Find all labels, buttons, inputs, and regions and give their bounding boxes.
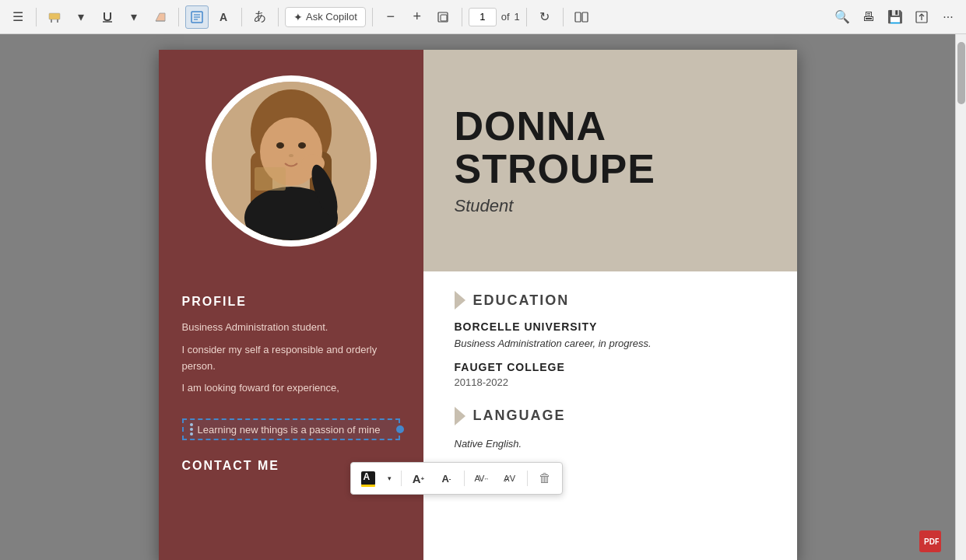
two-page-icon[interactable] — [570, 5, 593, 29]
resume-document: DONNA STROUPE Student PROFILE Business A… — [159, 50, 797, 560]
fmt-divider-1 — [401, 471, 402, 486]
search-icon[interactable]: 🔍 — [831, 5, 854, 29]
font-size-decrease-button[interactable]: A- — [434, 466, 459, 491]
profile-text-3: I am looking foward for experience, — [182, 380, 400, 397]
svg-marker-4 — [156, 13, 165, 21]
fmt-divider-2 — [464, 471, 465, 486]
text-color-button[interactable]: A — [356, 466, 381, 491]
font-size-icon[interactable]: A — [212, 5, 235, 29]
page-navigation: 1 of 1 — [469, 8, 520, 26]
hamburger-menu-icon[interactable]: ☰ — [6, 5, 30, 29]
svg-rect-0 — [49, 13, 60, 19]
selected-text[interactable]: Learning new things is a passion of mine — [182, 418, 400, 440]
school-1-name: BORCELLE UNIVERSITY — [455, 320, 766, 333]
divider-5 — [372, 8, 373, 26]
resume-name: DONNA STROUPE — [455, 105, 766, 190]
underline-tool-icon[interactable] — [96, 5, 119, 29]
font-size-increase-button[interactable]: A+ — [406, 466, 431, 491]
character-spacing-button[interactable]: AV↔ — [469, 466, 494, 491]
svg-rect-13 — [582, 12, 588, 22]
section-arrow-icon — [455, 291, 465, 310]
resume-title: Student — [455, 196, 766, 216]
resume-main-content: EDUCATION BORCELLE UNIVERSITY Business A… — [423, 271, 797, 560]
save-icon[interactable]: 💾 — [883, 5, 907, 29]
page-number-input[interactable]: 1 — [469, 8, 497, 26]
drag-handle[interactable] — [190, 423, 193, 436]
color-dropdown-arrow[interactable]: ▾ — [384, 466, 396, 491]
profile-title: PROFILE — [182, 295, 400, 309]
page-separator: of — [501, 11, 510, 23]
education-section: EDUCATION BORCELLE UNIVERSITY Business A… — [455, 291, 766, 388]
language-title-row: LANGUAGE — [455, 407, 766, 425]
education-title: EDUCATION — [473, 292, 570, 309]
profile-text-1: Business Administration student. — [182, 320, 400, 336]
text-view-active-icon[interactable] — [185, 5, 209, 29]
japanese-icon[interactable]: あ — [248, 5, 272, 29]
svg-rect-11 — [441, 15, 447, 21]
profile-section: PROFILE Business Administration student.… — [182, 295, 400, 397]
divider-8 — [563, 8, 564, 26]
svg-rect-10 — [438, 12, 448, 22]
pdf-viewer: DONNA STROUPE Student PROFILE Business A… — [0, 34, 955, 560]
share-icon[interactable] — [910, 5, 933, 29]
divider-3 — [241, 8, 242, 26]
divider-2 — [178, 8, 179, 26]
header-name-area: DONNA STROUPE Student — [423, 50, 797, 271]
fit-page-icon[interactable] — [432, 5, 455, 29]
zoom-in-button[interactable]: + — [406, 5, 429, 29]
text-format-toolbar: A ▾ A+ A- AV↔ A̷V 🗑 — [350, 462, 563, 495]
language-title: LANGUAGE — [473, 408, 566, 424]
svg-text:PDF: PDF — [924, 537, 939, 546]
main-area: DONNA STROUPE Student PROFILE Business A… — [0, 34, 966, 560]
svg-rect-27 — [255, 167, 286, 191]
svg-rect-12 — [575, 12, 581, 22]
eraser-tool-icon[interactable] — [149, 5, 172, 29]
pdf-toolbar: ☰ ▾ ▾ A あ ✦ — [0, 0, 966, 34]
school-2-years: 20118-2022 — [455, 376, 766, 388]
school-2-name: FAUGET COLLEGE — [455, 361, 766, 373]
profile-photo — [205, 75, 377, 247]
page-total: 1 — [515, 11, 520, 23]
resize-handle[interactable] — [396, 425, 404, 433]
divider-6 — [462, 8, 462, 26]
more-options-icon[interactable]: ··· — [936, 5, 960, 29]
resume-sidebar: PROFILE Business Administration student.… — [159, 271, 423, 560]
svg-point-22 — [298, 142, 306, 149]
underline-arrow-icon[interactable]: ▾ — [122, 5, 146, 29]
resume-header: DONNA STROUPE Student — [159, 50, 797, 271]
section-arrow-lang-icon — [455, 407, 465, 425]
pdf-status-icon: PDF — [919, 530, 941, 552]
delete-text-button[interactable]: 🗑 — [532, 466, 557, 491]
print-icon[interactable]: 🖶 — [857, 5, 880, 29]
fmt-divider-3 — [527, 471, 528, 486]
education-title-row: EDUCATION — [455, 291, 766, 310]
divider-1 — [36, 8, 37, 26]
highlight-arrow-icon[interactable]: ▾ — [69, 5, 93, 29]
resume-body: PROFILE Business Administration student.… — [159, 271, 797, 560]
svg-point-23 — [289, 154, 293, 157]
svg-point-21 — [276, 142, 284, 149]
highlight-tool-icon[interactable] — [43, 5, 66, 29]
language-1: Native English. — [455, 436, 766, 452]
scrollbar-thumb[interactable] — [957, 42, 965, 104]
school-1-desc: Business Administration career, in progr… — [455, 336, 766, 352]
zoom-out-button[interactable]: − — [379, 5, 402, 29]
scrollbar[interactable] — [955, 34, 966, 560]
profile-text-2: I consider my self a responsible and ord… — [182, 342, 400, 375]
pdf-icon: PDF — [919, 530, 941, 552]
selected-text-container: Learning new things is a passion of mine — [182, 418, 400, 440]
divider-7 — [526, 8, 527, 26]
header-photo-area — [159, 50, 423, 271]
kerning-button[interactable]: A̷V — [497, 466, 522, 491]
rotate-view-icon[interactable]: ↻ — [533, 5, 557, 29]
divider-4 — [278, 8, 279, 26]
copilot-button[interactable]: ✦ Ask Copilot — [285, 7, 366, 27]
